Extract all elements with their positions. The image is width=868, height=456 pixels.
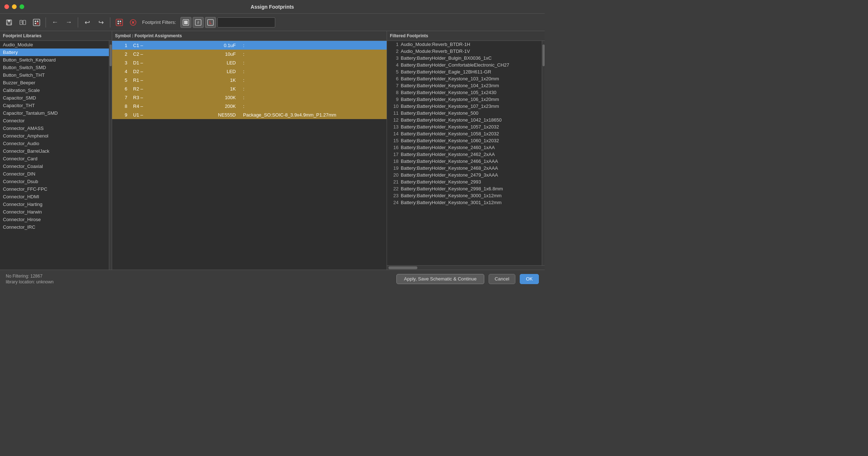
library-item-connector-irc[interactable]: Connector_IRC <box>0 223 109 231</box>
assignment-row[interactable]: 7R3 –100K: <box>112 93 387 102</box>
minimize-button[interactable] <box>12 4 17 9</box>
footprint-item[interactable]: 14Battery:BatteryHolder_Keystone_1058_1x… <box>387 130 542 137</box>
footprint-item[interactable]: 3Battery:BatteryHolder_Bulgin_BX0036_1xC <box>387 55 542 62</box>
redo-button[interactable]: ↪ <box>95 16 107 29</box>
library-item-buzzer-beeper[interactable]: Buzzer_Beeper <box>0 79 109 86</box>
main-area: Footprint Libraries Audio_ModuleBatteryB… <box>0 31 545 270</box>
library-item-connector-hirose[interactable]: Connector_Hirose <box>0 216 109 223</box>
footprint-item[interactable]: 10Battery:BatteryHolder_Keystone_107_1x2… <box>387 103 542 110</box>
forward-button[interactable]: → <box>63 16 75 29</box>
window-controls[interactable] <box>4 4 24 9</box>
footprint-item[interactable]: 24Battery:BatteryHolder_Keystone_3001_1x… <box>387 199 542 206</box>
library-item-connector-din[interactable]: Connector_DIN <box>0 170 109 178</box>
apply-save-button[interactable]: Apply, Save Schematic & Continue <box>396 274 484 284</box>
window-title: Assign Footprints <box>251 4 294 10</box>
library-list[interactable]: Audio_ModuleBatteryButton_Switch_Keyboar… <box>0 41 109 270</box>
footprint-item[interactable]: 16Battery:BatteryHolder_Keystone_2460_1x… <box>387 144 542 151</box>
maximize-button[interactable] <box>20 4 24 9</box>
footprint-item[interactable]: 20Battery:BatteryHolder_Keystone_2479_3x… <box>387 172 542 178</box>
svg-rect-12 <box>116 19 123 26</box>
library-scrollbar-thumb[interactable] <box>110 45 112 66</box>
library-item-connector-amass[interactable]: Connector_AMASS <box>0 124 109 132</box>
assignment-row[interactable]: 6R2 –1K: <box>112 84 387 93</box>
footprint-list[interactable]: 1Audio_Module:Reverb_BTDR-1H2Audio_Modul… <box>387 41 542 265</box>
cancel-button[interactable]: Cancel <box>489 274 515 284</box>
footprint-item[interactable]: 9Battery:BatteryHolder_Keystone_106_1x20… <box>387 96 542 103</box>
svg-rect-10 <box>35 23 36 24</box>
library-item-battery[interactable]: Battery <box>0 48 109 56</box>
footprint-item[interactable]: 8Battery:BatteryHolder_Keystone_105_1x24… <box>387 89 542 96</box>
library-item-connector[interactable]: Connector <box>0 117 109 124</box>
library-item-connector-hdmi[interactable]: Connector_HDMI <box>0 193 109 200</box>
assignment-row[interactable]: 4D2 –LED: <box>112 67 387 76</box>
library-item-connector-ffc-fpc[interactable]: Connector_FFC-FPC <box>0 185 109 193</box>
library-item-connector-harting[interactable]: Connector_Harting <box>0 200 109 208</box>
footprint-panel: Filtered Footprints 1Audio_Module:Reverb… <box>387 31 545 270</box>
footprint-item[interactable]: 4Battery:BatteryHolder_ComfortableElectr… <box>387 62 542 68</box>
library-item-button-switch-keyboard[interactable]: Button_Switch_Keyboard <box>0 56 109 64</box>
assignment-row[interactable]: 2C2 –10uF: <box>112 50 387 58</box>
filter-icon-group: # L <box>180 17 216 28</box>
filter-remove-button[interactable] <box>113 16 125 29</box>
assignment-row[interactable]: 3D1 –LED: <box>112 58 387 67</box>
filter-input[interactable] <box>217 17 275 28</box>
back-button[interactable]: ← <box>49 16 61 29</box>
footprint-item[interactable]: 23Battery:BatteryHolder_Keystone_3000_1x… <box>387 192 542 199</box>
library-item-button-switch-smd[interactable]: Button_Switch_SMD <box>0 64 109 71</box>
library-item-connector-audio[interactable]: Connector_Audio <box>0 140 109 147</box>
footprint-item[interactable]: 22Battery:BatteryHolder_Keystone_2998_1x… <box>387 185 542 192</box>
footprint-item[interactable]: 17Battery:BatteryHolder_Keystone_2462_2x… <box>387 151 542 158</box>
assignment-table[interactable]: 1C1 –0.1uF:2C2 –10uF:3D1 –LED:4D2 –LED:5… <box>112 41 387 270</box>
library-item-calibration-scale[interactable]: Calibration_Scale <box>0 86 109 94</box>
footprint-hscrollbar[interactable] <box>387 265 545 270</box>
title-bar: Assign Footprints <box>0 0 545 14</box>
library-item-connector-dsub[interactable]: Connector_Dsub <box>0 178 109 185</box>
footprint-item[interactable]: 13Battery:BatteryHolder_Keystone_1057_1x… <box>387 123 542 130</box>
footprint-item[interactable]: 12Battery:BatteryHolder_Keystone_1042_1x… <box>387 117 542 123</box>
assignment-panel-header: Symbol : Footprint Assignments <box>112 31 387 41</box>
library-item-connector-barreljack[interactable]: Connector_BarrelJack <box>0 147 109 155</box>
filter-icon-2[interactable]: # <box>193 17 204 28</box>
library-item-capacitor-tantalum-smd[interactable]: Capacitor_Tantalum_SMD <box>0 109 109 117</box>
separator-3 <box>110 17 110 28</box>
library-browser-button[interactable] <box>17 16 29 29</box>
footprint-item[interactable]: 1Audio_Module:Reverb_BTDR-1H <box>387 41 542 48</box>
filter-icon-3[interactable]: L <box>205 17 216 28</box>
assignment-panel: Symbol : Footprint Assignments 1C1 –0.1u… <box>112 31 387 270</box>
assignment-row[interactable]: 8R4 –200K: <box>112 102 387 110</box>
svg-rect-4 <box>23 20 26 25</box>
close-button[interactable] <box>4 4 9 9</box>
svg-rect-15 <box>118 23 119 24</box>
footprint-item[interactable]: 5Battery:BatteryHolder_Eagle_12BH611-GR <box>387 68 542 75</box>
footprint-hscrollbar-thumb[interactable] <box>388 266 417 269</box>
footprint-item[interactable]: 15Battery:BatteryHolder_Keystone_1060_1x… <box>387 137 542 144</box>
library-item-button-switch-tht[interactable]: Button_Switch_THT <box>0 71 109 79</box>
footprint-item[interactable]: 7Battery:BatteryHolder_Keystone_104_1x23… <box>387 82 542 89</box>
assignment-row[interactable]: 1C1 –0.1uF: <box>112 41 387 50</box>
library-item-connector-card[interactable]: Connector_Card <box>0 155 109 162</box>
library-item-capacitor-tht[interactable]: Capacitor_THT <box>0 102 109 109</box>
footprint-item[interactable]: 11Battery:BatteryHolder_Keystone_500 <box>387 110 542 117</box>
footprint-item[interactable]: 18Battery:BatteryHolder_Keystone_2466_1x… <box>387 158 542 165</box>
svg-rect-24 <box>184 22 186 24</box>
footprint-scrollbar-thumb[interactable] <box>542 45 545 66</box>
library-item-capacitor-smd[interactable]: Capacitor_SMD <box>0 94 109 102</box>
library-item-connector-harwin[interactable]: Connector_Harwin <box>0 208 109 216</box>
library-item-audio-module[interactable]: Audio_Module <box>0 41 109 48</box>
library-scrollbar[interactable] <box>109 41 112 270</box>
library-item-connector-coaxial[interactable]: Connector_Coaxial <box>0 162 109 170</box>
assignment-row[interactable]: 5R1 –1K: <box>112 76 387 84</box>
fp-browser-button[interactable] <box>30 16 43 29</box>
footprint-item[interactable]: 2Audio_Module:Reverb_BTDR-1V <box>387 48 542 55</box>
library-item-connector-amphenol[interactable]: Connector_Amphenol <box>0 132 109 140</box>
footprint-item[interactable]: 19Battery:BatteryHolder_Keystone_2468_2x… <box>387 165 542 172</box>
filter-icon-1[interactable] <box>180 17 191 28</box>
save-button[interactable] <box>3 16 15 29</box>
undo-button[interactable]: ↩ <box>81 16 93 29</box>
filter-x-button[interactable] <box>127 16 139 29</box>
assignment-row[interactable]: 9U1 –NE555DPackage_SO:SOIC-8_3.9x4.9mm_P… <box>112 110 387 119</box>
footprint-item[interactable]: 6Battery:BatteryHolder_Keystone_103_1x20… <box>387 75 542 82</box>
ok-button[interactable]: OK <box>520 274 539 284</box>
footprint-item[interactable]: 21Battery:BatteryHolder_Keystone_2993 <box>387 178 542 185</box>
footprint-scrollbar[interactable] <box>542 41 545 265</box>
